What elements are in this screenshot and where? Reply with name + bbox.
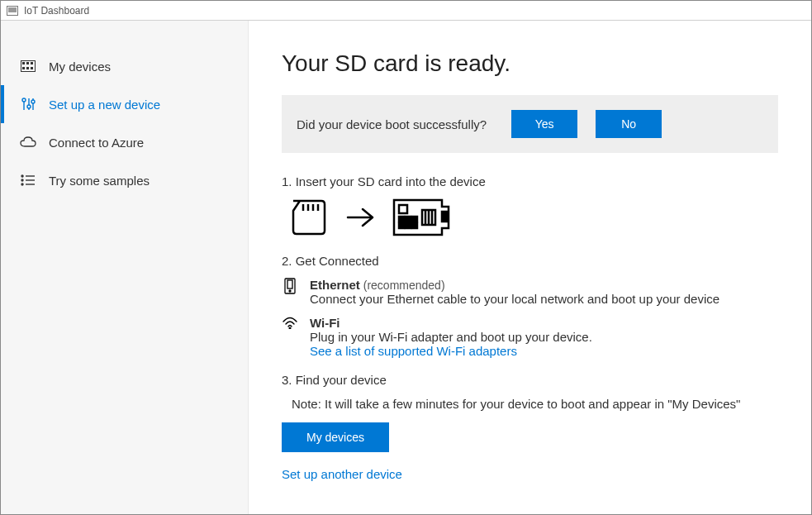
svg-rect-33	[406, 223, 411, 228]
sidebar-item-try-samples[interactable]: Try some samples	[1, 161, 248, 199]
sidebar: My devices Set up a new device Connect t…	[1, 21, 249, 514]
no-button[interactable]: No	[596, 110, 662, 138]
window-title: IoT Dashboard	[24, 5, 89, 17]
svg-rect-41	[287, 280, 292, 288]
svg-rect-31	[412, 217, 417, 222]
devices-grid-icon	[19, 60, 37, 72]
app-icon	[6, 4, 19, 17]
wifi-desc: Plug in your Wi-Fi adapter and boot up y…	[310, 330, 592, 344]
wifi-title: Wi-Fi	[310, 316, 592, 330]
svg-point-9	[22, 98, 26, 102]
svg-rect-32	[399, 223, 404, 228]
svg-rect-6	[22, 67, 25, 69]
sidebar-item-label: Set up a new device	[49, 98, 160, 112]
ethernet-option: Ethernet (recommended) Connect your Ethe…	[282, 278, 778, 306]
svg-point-12	[27, 105, 31, 108]
svg-rect-8	[31, 67, 33, 69]
sidebar-item-connect-azure[interactable]: Connect to Azure	[1, 123, 248, 161]
wifi-option: Wi-Fi Plug in your Wi-Fi adapter and boo…	[282, 316, 778, 358]
ethernet-recommended: (recommended)	[360, 279, 445, 292]
insert-sd-diagram	[288, 198, 778, 239]
my-devices-button[interactable]: My devices	[282, 422, 389, 452]
svg-rect-3	[22, 62, 25, 64]
ethernet-icon	[282, 278, 298, 298]
svg-point-21	[21, 184, 23, 185]
wifi-icon	[282, 316, 298, 336]
svg-point-17	[21, 175, 23, 177]
svg-rect-39	[442, 212, 447, 222]
svg-rect-29	[399, 217, 404, 222]
find-device-note: Note: It will take a few minutes for you…	[292, 397, 778, 411]
svg-rect-1	[8, 7, 17, 12]
step-3-label: 3. Find your device	[282, 373, 778, 387]
svg-rect-34	[412, 223, 417, 228]
svg-point-19	[21, 179, 23, 181]
window-titlebar: IoT Dashboard	[1, 1, 811, 21]
arrow-right-icon	[344, 205, 378, 232]
sd-card-icon	[288, 199, 330, 238]
sidebar-item-label: Connect to Azure	[49, 136, 144, 150]
tools-icon	[19, 97, 37, 112]
svg-rect-30	[406, 217, 411, 222]
boot-prompt-text: Did your device boot successfully?	[297, 117, 493, 131]
sidebar-item-my-devices[interactable]: My devices	[1, 47, 248, 85]
svg-rect-28	[399, 205, 407, 213]
cloud-icon	[19, 136, 37, 148]
svg-rect-5	[31, 62, 33, 64]
svg-point-42	[289, 290, 291, 292]
ethernet-desc: Connect your Ethernet cable to your loca…	[310, 292, 719, 306]
svg-rect-4	[26, 62, 29, 64]
main-content: Your SD card is ready. Did your device b…	[249, 21, 811, 514]
sidebar-item-label: My devices	[49, 60, 111, 74]
yes-button[interactable]: Yes	[511, 110, 577, 138]
svg-point-14	[31, 100, 35, 103]
boot-prompt-bar: Did your device boot successfully? Yes N…	[282, 95, 778, 153]
step-1-label: 1. Insert your SD card into the device	[282, 174, 778, 188]
wifi-adapters-link[interactable]: See a list of supported Wi-Fi adapters	[310, 344, 517, 358]
device-board-icon	[392, 198, 450, 239]
svg-point-43	[289, 327, 291, 329]
page-title: Your SD card is ready.	[282, 50, 778, 77]
svg-rect-7	[26, 67, 29, 69]
step-2-label: 2. Get Connected	[282, 254, 778, 268]
list-icon	[19, 174, 37, 186]
sidebar-item-label: Try some samples	[49, 174, 150, 188]
sidebar-item-setup-new-device[interactable]: Set up a new device	[1, 85, 248, 123]
setup-another-device-link[interactable]: Set up another device	[282, 467, 778, 481]
ethernet-title: Ethernet	[310, 278, 360, 292]
